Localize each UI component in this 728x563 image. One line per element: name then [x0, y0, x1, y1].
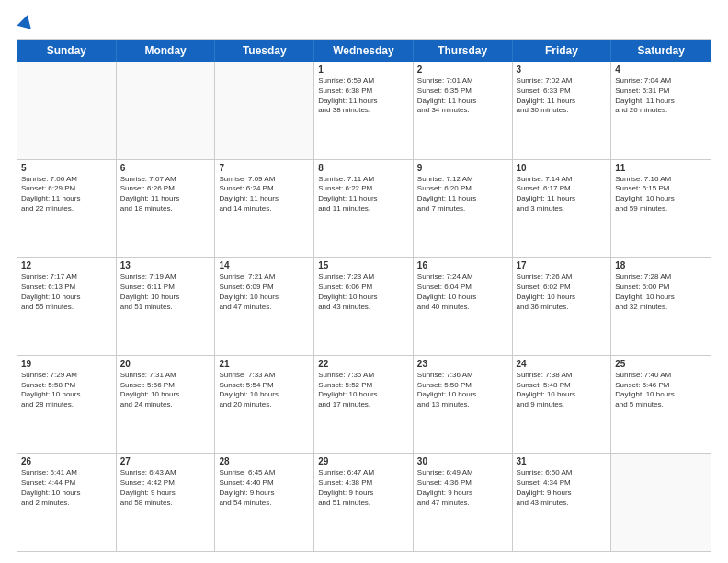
calendar-cell: 10Sunrise: 7:14 AM Sunset: 6:17 PM Dayli… [513, 160, 612, 258]
cell-date-number: 25 [615, 359, 707, 369]
cell-date-number: 7 [219, 163, 310, 173]
cell-daylight-info: Sunrise: 7:38 AM Sunset: 5:48 PM Dayligh… [517, 371, 608, 410]
cell-daylight-info: Sunrise: 7:11 AM Sunset: 6:22 PM Dayligh… [318, 175, 409, 214]
calendar-cell: 27Sunrise: 6:43 AM Sunset: 4:42 PM Dayli… [117, 454, 216, 551]
cell-date-number: 11 [615, 163, 707, 173]
calendar-cell: 6Sunrise: 7:07 AM Sunset: 6:26 PM Daylig… [117, 160, 216, 258]
calendar-cell: 17Sunrise: 7:26 AM Sunset: 6:02 PM Dayli… [513, 258, 612, 355]
day-header-thursday: Thursday [414, 40, 513, 62]
cell-daylight-info: Sunrise: 7:40 AM Sunset: 5:46 PM Dayligh… [615, 371, 707, 410]
cell-daylight-info: Sunrise: 6:43 AM Sunset: 4:42 PM Dayligh… [120, 468, 211, 508]
calendar-cell: 5Sunrise: 7:06 AM Sunset: 6:29 PM Daylig… [17, 160, 117, 258]
page: SundayMondayTuesdayWednesdayThursdayFrid… [0, 0, 728, 563]
calendar-cell: 31Sunrise: 6:50 AM Sunset: 4:34 PM Dayli… [513, 454, 612, 551]
calendar-cell: 18Sunrise: 7:28 AM Sunset: 6:00 PM Dayli… [611, 258, 711, 355]
day-headers-row: SundayMondayTuesdayWednesdayThursdayFrid… [17, 40, 711, 62]
cell-daylight-info: Sunrise: 7:35 AM Sunset: 5:52 PM Dayligh… [318, 371, 409, 410]
calendar-week-4: 19Sunrise: 7:29 AM Sunset: 5:58 PM Dayli… [17, 356, 711, 454]
cell-daylight-info: Sunrise: 7:24 AM Sunset: 6:04 PM Dayligh… [417, 272, 508, 312]
calendar-cell: 8Sunrise: 7:11 AM Sunset: 6:22 PM Daylig… [314, 160, 414, 258]
cell-daylight-info: Sunrise: 7:04 AM Sunset: 6:31 PM Dayligh… [615, 76, 707, 116]
cell-date-number: 2 [417, 64, 508, 75]
cell-date-number: 14 [219, 260, 310, 270]
calendar-cell: 4Sunrise: 7:04 AM Sunset: 6:31 PM Daylig… [611, 62, 711, 159]
cell-date-number: 20 [120, 359, 211, 369]
calendar-cell [215, 62, 314, 159]
calendar-cell: 22Sunrise: 7:35 AM Sunset: 5:52 PM Dayli… [314, 356, 414, 454]
cell-date-number: 16 [417, 260, 508, 270]
cell-daylight-info: Sunrise: 7:14 AM Sunset: 6:17 PM Dayligh… [517, 175, 608, 214]
cell-date-number: 23 [417, 359, 508, 369]
calendar-cell: 7Sunrise: 7:09 AM Sunset: 6:24 PM Daylig… [215, 160, 314, 258]
calendar-cell: 26Sunrise: 6:41 AM Sunset: 4:44 PM Dayli… [17, 454, 117, 551]
cell-date-number: 5 [21, 163, 112, 173]
day-header-tuesday: Tuesday [215, 40, 314, 62]
cell-date-number: 21 [219, 359, 310, 369]
logo [17, 17, 33, 29]
cell-date-number: 8 [318, 163, 409, 173]
calendar-cell: 3Sunrise: 7:02 AM Sunset: 6:33 PM Daylig… [513, 62, 612, 159]
cell-daylight-info: Sunrise: 7:23 AM Sunset: 6:06 PM Dayligh… [318, 272, 409, 312]
calendar-cell [117, 62, 216, 159]
calendar-cell [17, 62, 117, 159]
calendar-week-2: 5Sunrise: 7:06 AM Sunset: 6:29 PM Daylig… [17, 160, 711, 259]
calendar-cell: 29Sunrise: 6:47 AM Sunset: 4:38 PM Dayli… [314, 454, 414, 551]
cell-daylight-info: Sunrise: 7:28 AM Sunset: 6:00 PM Dayligh… [615, 272, 707, 312]
cell-daylight-info: Sunrise: 7:33 AM Sunset: 5:54 PM Dayligh… [219, 371, 310, 410]
cell-daylight-info: Sunrise: 7:19 AM Sunset: 6:11 PM Dayligh… [120, 272, 211, 312]
calendar-week-3: 12Sunrise: 7:17 AM Sunset: 6:13 PM Dayli… [17, 258, 711, 356]
day-header-wednesday: Wednesday [314, 40, 414, 62]
cell-daylight-info: Sunrise: 7:29 AM Sunset: 5:58 PM Dayligh… [21, 371, 112, 410]
cell-date-number: 22 [318, 359, 409, 369]
cell-daylight-info: Sunrise: 6:45 AM Sunset: 4:40 PM Dayligh… [219, 468, 310, 508]
cell-daylight-info: Sunrise: 6:59 AM Sunset: 6:38 PM Dayligh… [318, 76, 409, 116]
calendar-body: 1Sunrise: 6:59 AM Sunset: 6:38 PM Daylig… [17, 62, 711, 551]
day-header-monday: Monday [117, 40, 216, 62]
cell-daylight-info: Sunrise: 7:09 AM Sunset: 6:24 PM Dayligh… [219, 175, 310, 214]
calendar-cell: 19Sunrise: 7:29 AM Sunset: 5:58 PM Dayli… [17, 356, 117, 454]
cell-daylight-info: Sunrise: 7:02 AM Sunset: 6:33 PM Dayligh… [517, 76, 608, 116]
calendar-cell: 13Sunrise: 7:19 AM Sunset: 6:11 PM Dayli… [117, 258, 216, 355]
calendar-cell: 16Sunrise: 7:24 AM Sunset: 6:04 PM Dayli… [414, 258, 513, 355]
cell-daylight-info: Sunrise: 7:01 AM Sunset: 6:35 PM Dayligh… [417, 76, 508, 116]
calendar-cell: 15Sunrise: 7:23 AM Sunset: 6:06 PM Dayli… [314, 258, 414, 355]
cell-date-number: 26 [21, 456, 112, 466]
cell-date-number: 10 [517, 163, 608, 173]
calendar-cell: 21Sunrise: 7:33 AM Sunset: 5:54 PM Dayli… [215, 356, 314, 454]
day-header-sunday: Sunday [17, 40, 117, 62]
calendar-cell: 12Sunrise: 7:17 AM Sunset: 6:13 PM Dayli… [17, 258, 117, 355]
calendar-cell: 20Sunrise: 7:31 AM Sunset: 5:56 PM Dayli… [117, 356, 216, 454]
calendar-cell: 11Sunrise: 7:16 AM Sunset: 6:15 PM Dayli… [611, 160, 711, 258]
cell-date-number: 17 [517, 260, 608, 270]
cell-daylight-info: Sunrise: 7:07 AM Sunset: 6:26 PM Dayligh… [120, 175, 211, 214]
calendar-cell: 14Sunrise: 7:21 AM Sunset: 6:09 PM Dayli… [215, 258, 314, 355]
calendar-week-1: 1Sunrise: 6:59 AM Sunset: 6:38 PM Daylig… [17, 62, 711, 160]
cell-daylight-info: Sunrise: 7:36 AM Sunset: 5:50 PM Dayligh… [417, 371, 508, 410]
logo-icon [17, 13, 34, 29]
cell-daylight-info: Sunrise: 7:21 AM Sunset: 6:09 PM Dayligh… [219, 272, 310, 312]
cell-date-number: 31 [517, 456, 608, 466]
calendar-week-5: 26Sunrise: 6:41 AM Sunset: 4:44 PM Dayli… [17, 454, 711, 551]
cell-daylight-info: Sunrise: 7:31 AM Sunset: 5:56 PM Dayligh… [120, 371, 211, 410]
cell-date-number: 6 [120, 163, 211, 173]
day-header-friday: Friday [513, 40, 612, 62]
cell-daylight-info: Sunrise: 6:49 AM Sunset: 4:36 PM Dayligh… [417, 468, 508, 508]
cell-date-number: 15 [318, 260, 409, 270]
cell-date-number: 19 [21, 359, 112, 369]
calendar-cell: 24Sunrise: 7:38 AM Sunset: 5:48 PM Dayli… [513, 356, 612, 454]
calendar-cell: 23Sunrise: 7:36 AM Sunset: 5:50 PM Dayli… [414, 356, 513, 454]
cell-date-number: 28 [219, 456, 310, 466]
calendar-cell: 2Sunrise: 7:01 AM Sunset: 6:35 PM Daylig… [414, 62, 513, 159]
cell-date-number: 3 [517, 64, 608, 75]
calendar-cell: 25Sunrise: 7:40 AM Sunset: 5:46 PM Dayli… [611, 356, 711, 454]
cell-date-number: 29 [318, 456, 409, 466]
cell-daylight-info: Sunrise: 7:17 AM Sunset: 6:13 PM Dayligh… [21, 272, 112, 312]
cell-date-number: 18 [615, 260, 707, 270]
header [17, 17, 711, 29]
calendar-cell: 9Sunrise: 7:12 AM Sunset: 6:20 PM Daylig… [414, 160, 513, 258]
cell-daylight-info: Sunrise: 6:41 AM Sunset: 4:44 PM Dayligh… [21, 468, 112, 508]
cell-daylight-info: Sunrise: 7:26 AM Sunset: 6:02 PM Dayligh… [517, 272, 608, 312]
calendar-cell: 30Sunrise: 6:49 AM Sunset: 4:36 PM Dayli… [414, 454, 513, 551]
cell-daylight-info: Sunrise: 7:12 AM Sunset: 6:20 PM Dayligh… [417, 175, 508, 214]
cell-date-number: 24 [517, 359, 608, 369]
